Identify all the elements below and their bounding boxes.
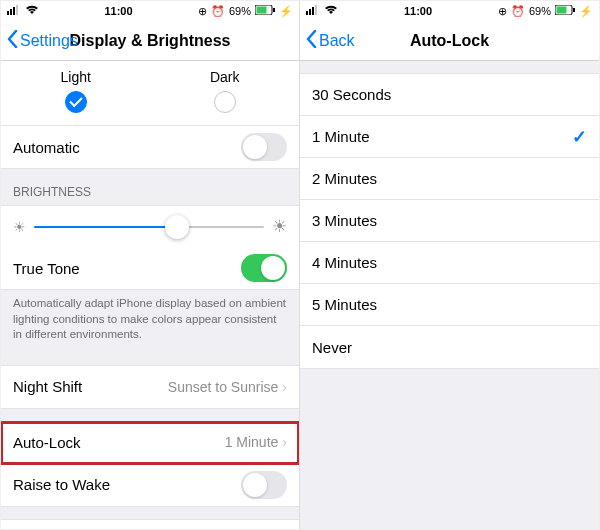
svg-rect-6: [273, 8, 275, 12]
automatic-label: Automatic: [13, 139, 80, 156]
brightness-header: BRIGHTNESS: [1, 169, 299, 205]
night-shift-label: Night Shift: [13, 378, 82, 395]
status-time: 11:00: [404, 5, 432, 17]
orientation-lock-icon: ⊕: [498, 5, 507, 18]
text-size-row[interactable]: Text Size ›: [1, 520, 299, 529]
option-label: 5 Minutes: [312, 296, 377, 313]
auto-lock-value: 1 Minute: [225, 434, 279, 450]
auto-lock-option[interactable]: 5 Minutes: [300, 284, 599, 326]
alarm-icon: ⏰: [511, 5, 525, 18]
back-button[interactable]: Back: [306, 30, 355, 52]
svg-rect-5: [256, 7, 266, 14]
svg-rect-0: [7, 11, 9, 15]
brightness-slider-row: ☀︎ ☀︎: [1, 206, 299, 247]
back-label: Back: [319, 32, 355, 50]
svg-rect-10: [315, 5, 317, 15]
svg-rect-2: [13, 7, 15, 15]
true-tone-row[interactable]: True Tone: [1, 247, 299, 289]
nav-bar: Settings Display & Brightness: [1, 21, 299, 61]
nav-bar: Back Auto-Lock: [300, 21, 599, 61]
auto-lock-option[interactable]: 3 Minutes: [300, 200, 599, 242]
appearance-dark-label: Dark: [210, 69, 240, 85]
sun-min-icon: ☀︎: [13, 219, 26, 235]
chevron-left-icon: [7, 30, 18, 52]
night-shift-row[interactable]: Night Shift Sunset to Sunrise ›: [1, 366, 299, 408]
auto-lock-label: Auto-Lock: [13, 434, 81, 451]
svg-rect-9: [312, 7, 314, 15]
checkmark-icon: ✓: [572, 126, 587, 148]
auto-lock-option[interactable]: 2 Minutes: [300, 158, 599, 200]
svg-rect-13: [573, 8, 575, 12]
true-tone-footer: Automatically adapt iPhone display based…: [1, 290, 299, 353]
appearance-light-label: Light: [61, 69, 91, 85]
raise-to-wake-toggle[interactable]: [241, 471, 287, 499]
auto-lock-option[interactable]: Never: [300, 326, 599, 368]
screen-display-brightness: 11:00 ⊕ ⏰ 69% ⚡ Settings Display & Brigh…: [1, 1, 300, 529]
charging-icon: ⚡: [579, 5, 593, 18]
true-tone-toggle[interactable]: [241, 254, 287, 282]
appearance-light[interactable]: Light: [61, 69, 91, 113]
option-label: Never: [312, 339, 352, 356]
battery-icon: [255, 5, 275, 17]
radio-checked-icon: [65, 91, 87, 113]
auto-lock-option[interactable]: 30 Seconds: [300, 74, 599, 116]
appearance-dark[interactable]: Dark: [210, 69, 240, 113]
brightness-slider[interactable]: [34, 226, 264, 228]
signal-icon: [7, 5, 21, 17]
automatic-row[interactable]: Automatic: [1, 126, 299, 168]
chevron-right-icon: ›: [282, 434, 287, 450]
svg-rect-12: [556, 7, 566, 14]
chevron-right-icon: ›: [282, 379, 287, 395]
option-label: 2 Minutes: [312, 170, 377, 187]
sun-max-icon: ☀︎: [272, 216, 287, 237]
option-label: 4 Minutes: [312, 254, 377, 271]
alarm-icon: ⏰: [211, 5, 225, 18]
auto-lock-row[interactable]: Auto-Lock 1 Minute ›: [1, 422, 299, 464]
battery-percent: 69%: [229, 5, 251, 17]
status-bar: 11:00 ⊕ ⏰ 69% ⚡: [300, 1, 599, 21]
night-shift-value: Sunset to Sunrise: [168, 379, 279, 395]
svg-rect-3: [16, 5, 18, 15]
svg-rect-8: [309, 9, 311, 15]
signal-icon: [306, 5, 320, 17]
true-tone-label: True Tone: [13, 260, 80, 277]
auto-lock-options: 30 Seconds1 Minute✓2 Minutes3 Minutes4 M…: [300, 73, 599, 369]
svg-rect-7: [306, 11, 308, 15]
option-label: 3 Minutes: [312, 212, 377, 229]
wifi-icon: [25, 5, 39, 17]
chevron-left-icon: [306, 30, 317, 52]
appearance-picker: Light Dark: [1, 61, 299, 125]
wifi-icon: [324, 5, 338, 17]
auto-lock-option[interactable]: 4 Minutes: [300, 242, 599, 284]
auto-lock-option[interactable]: 1 Minute✓: [300, 116, 599, 158]
orientation-lock-icon: ⊕: [198, 5, 207, 18]
back-label: Settings: [20, 32, 78, 50]
charging-icon: ⚡: [279, 5, 293, 18]
battery-icon: [555, 5, 575, 17]
screen-auto-lock: 11:00 ⊕ ⏰ 69% ⚡ Back Auto-Lock 30: [300, 1, 599, 529]
option-label: 1 Minute: [312, 128, 370, 145]
status-bar: 11:00 ⊕ ⏰ 69% ⚡: [1, 1, 299, 21]
svg-rect-1: [10, 9, 12, 15]
status-time: 11:00: [104, 5, 132, 17]
battery-percent: 69%: [529, 5, 551, 17]
option-label: 30 Seconds: [312, 86, 391, 103]
raise-to-wake-label: Raise to Wake: [13, 476, 110, 493]
back-button[interactable]: Settings: [7, 30, 78, 52]
automatic-toggle[interactable]: [241, 133, 287, 161]
radio-unchecked-icon: [214, 91, 236, 113]
raise-to-wake-row[interactable]: Raise to Wake: [1, 464, 299, 506]
